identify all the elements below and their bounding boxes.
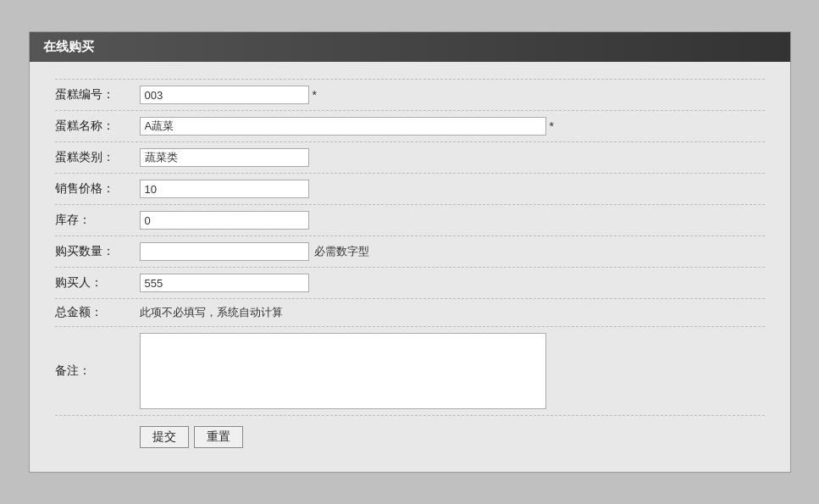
control-cake-price [140, 180, 765, 198]
control-cake-type [140, 148, 765, 167]
title-bar: 在线购买 [30, 32, 790, 62]
label-buy-qty: 购买数量： [55, 244, 140, 259]
label-cake-name: 蛋糕名称： [55, 119, 140, 134]
row-cake-type: 蛋糕类别： [55, 142, 765, 174]
label-total: 总金额： [55, 305, 140, 320]
row-buyer: 购买人： [55, 268, 765, 299]
row-remark: 备注： [55, 327, 765, 416]
label-remark: 备注： [55, 363, 140, 379]
input-cake-stock[interactable] [140, 211, 309, 230]
window-title: 在线购买 [43, 39, 94, 53]
row-cake-name: 蛋糕名称： * [55, 111, 765, 142]
input-cake-price[interactable] [140, 180, 309, 198]
total-text: 此项不必填写，系统自动计算 [140, 305, 283, 320]
form-area: 蛋糕编号： * 蛋糕名称： * 蛋糕类别： 销售价格： [30, 62, 790, 472]
input-cake-type[interactable] [140, 148, 309, 167]
required-cake-name: * [550, 119, 554, 133]
row-total: 总金额： 此项不必填写，系统自动计算 [55, 299, 765, 327]
label-buyer: 购买人： [55, 275, 140, 291]
button-area: 提交 重置 [140, 426, 765, 448]
input-cake-id[interactable] [140, 86, 309, 104]
row-cake-price: 销售价格： [55, 174, 765, 205]
input-buy-qty[interactable] [140, 242, 309, 261]
input-cake-name[interactable] [140, 117, 546, 136]
label-cake-stock: 库存： [55, 213, 140, 228]
button-row: 提交 重置 [55, 416, 765, 451]
main-window: 在线购买 蛋糕编号： * 蛋糕名称： * 蛋糕类别： [29, 31, 791, 473]
reset-button[interactable]: 重置 [194, 426, 243, 448]
control-cake-stock [140, 211, 765, 230]
required-cake-id: * [313, 88, 317, 102]
row-cake-id: 蛋糕编号： * [55, 79, 765, 111]
control-total: 此项不必填写，系统自动计算 [140, 305, 765, 320]
row-buy-qty: 购买数量： 必需数字型 [55, 236, 765, 268]
control-cake-name: * [140, 117, 765, 136]
hint-buy-qty: 必需数字型 [314, 244, 369, 259]
control-buy-qty: 必需数字型 [140, 242, 765, 261]
control-remark [140, 333, 765, 409]
input-buyer[interactable] [140, 274, 309, 292]
control-buyer [140, 274, 765, 292]
submit-button[interactable]: 提交 [140, 426, 189, 448]
textarea-remark[interactable] [140, 333, 546, 409]
label-cake-id: 蛋糕编号： [55, 87, 140, 102]
label-cake-type: 蛋糕类别： [55, 150, 140, 165]
label-cake-price: 销售价格： [55, 181, 140, 197]
row-cake-stock: 库存： [55, 205, 765, 236]
control-cake-id: * [140, 86, 765, 104]
